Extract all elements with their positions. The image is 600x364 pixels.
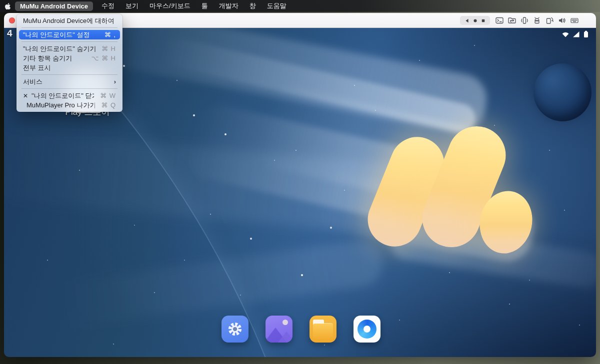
menubar-item-mouse-keyboard[interactable]: 마우스/키보드 [144, 0, 196, 11]
dock-browser-icon[interactable] [354, 316, 380, 343]
menu-item-show-all[interactable]: 전부 표시 [19, 63, 120, 72]
android-icon[interactable] [532, 14, 542, 26]
menu-item-services[interactable]: 서비스 › [19, 77, 120, 86]
browser-ring-icon [358, 320, 376, 339]
dock-gallery-icon[interactable] [266, 316, 292, 343]
keyboard-icon[interactable] [570, 14, 579, 26]
menu-separator [22, 27, 118, 28]
wifi-icon [562, 31, 570, 38]
apple-menu[interactable] [0, 2, 15, 10]
android-status-bar [562, 30, 589, 38]
file-transfer-icon[interactable] [508, 14, 516, 26]
menubar-item-view[interactable]: 보기 [120, 0, 144, 11]
close-window-button[interactable] [9, 17, 15, 23]
apple-icon [4, 2, 11, 10]
menu-item-close[interactable]: ✕ "나의 안드로이드" 닫기 ⌘ W [19, 91, 120, 100]
menubar-item-window[interactable]: 창 [244, 0, 262, 11]
volume-icon[interactable] [558, 14, 566, 26]
menubar-app-name[interactable]: MuMu Android Device [15, 1, 93, 11]
app-dropdown-menu: MuMu Android Device에 대하여 "나의 안드로이드" 설정 ⌘… [16, 14, 122, 112]
back-button-icon[interactable] [464, 18, 470, 23]
gallery-sun-icon [282, 320, 288, 325]
dock-files-icon[interactable] [310, 316, 336, 343]
menubar-item-edit[interactable]: 수정 [96, 0, 120, 11]
menu-item-hide-others[interactable]: 기타 항목 숨기기 ⌥ ⌘ H [19, 53, 120, 63]
gallery-mountain-icon [276, 332, 292, 343]
menubar-item-tools[interactable]: 툴 [196, 0, 214, 11]
menu-item-about[interactable]: MuMu Android Device에 대하여 [19, 16, 120, 25]
menu-item-quit[interactable]: MuMuPlayer Pro 나가기 ⌘ Q [19, 100, 120, 110]
recents-button-icon[interactable] [480, 18, 486, 23]
dock-settings-icon[interactable] [222, 316, 248, 343]
battery-icon [583, 30, 589, 38]
menu-separator [22, 88, 118, 89]
stars-bright [4, 28, 6, 30]
rotate-screen-icon[interactable] [545, 14, 554, 26]
menu-item-settings[interactable]: "나의 안드로이드" 설정 ⌘ , [19, 30, 120, 39]
browser-ring-core [364, 326, 370, 333]
home-button-icon[interactable] [472, 18, 478, 23]
menu-separator [22, 74, 118, 75]
home-clock-fragment: 4 [7, 28, 12, 39]
titlebar-toolbar [495, 14, 579, 26]
submenu-chevron-icon: › [114, 78, 116, 85]
menu-separator [22, 41, 118, 42]
wallpaper-planet-small [534, 63, 592, 121]
terminal-icon[interactable] [495, 14, 504, 26]
android-nav-buttons [460, 16, 490, 25]
signal-icon [572, 31, 580, 38]
gear-icon [226, 320, 244, 338]
menubar-item-developer[interactable]: 개발자 [214, 0, 244, 11]
menu-item-hide[interactable]: "나의 안드로이드" 숨기기 ⌘ H [19, 44, 120, 53]
shake-icon[interactable] [520, 14, 529, 26]
menubar-item-help[interactable]: 도움말 [262, 0, 292, 11]
macos-menubar: MuMu Android Device 수정 보기 마우스/키보드 툴 개발자 … [0, 0, 600, 12]
close-x-icon: ✕ [23, 92, 28, 99]
folder-front-icon [313, 324, 333, 339]
